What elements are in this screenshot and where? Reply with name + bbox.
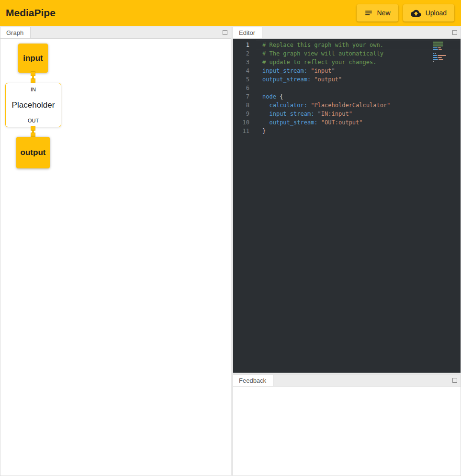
- code-line-content: # update to reflect your changes.: [256, 58, 461, 66]
- code-token-key: calculator:: [269, 102, 307, 109]
- editor-panel: Editor 1# Replace this graph with your o…: [233, 27, 461, 373]
- code-line-content: output_stream: "OUT:output": [256, 118, 461, 127]
- placeholder-title: Placeholder: [12, 100, 55, 110]
- code-line[interactable]: 10 output_stream: "OUT:output": [233, 118, 461, 127]
- minimap-line: [433, 44, 451, 44]
- code-token-key: input_stream:: [269, 111, 314, 117]
- graph-node-placeholder[interactable]: IN Placeholder OUT: [5, 83, 61, 127]
- code-token-plain: }: [262, 128, 266, 134]
- code-token-key: output_stream:: [262, 76, 311, 83]
- code-line[interactable]: 1# Replace this graph with your own.: [233, 41, 461, 49]
- code-line[interactable]: 6: [233, 84, 461, 92]
- code-line-content: calculator: "PlaceholderCalculator": [256, 101, 461, 110]
- code-token-key: input_stream:: [262, 67, 307, 74]
- line-number: 3: [233, 58, 256, 66]
- code-token-key: node: [262, 93, 276, 100]
- code-line-content: input_stream: "IN:input": [256, 110, 461, 118]
- graph-maximize-button[interactable]: [223, 30, 227, 35]
- code-line[interactable]: 7node {: [233, 92, 461, 101]
- code-line[interactable]: 11}: [233, 127, 461, 135]
- code-token-string: "input": [311, 67, 335, 74]
- tab-editor[interactable]: Editor: [233, 27, 262, 38]
- feedback-tabstrip: Feedback: [233, 375, 461, 387]
- cloud-upload-icon: [411, 9, 421, 17]
- minimap-line: [433, 42, 451, 43]
- placeholder-in-port-label: IN: [31, 87, 36, 92]
- code-line-content: # Replace this graph with your own.: [256, 41, 461, 49]
- line-number: 6: [233, 84, 256, 92]
- code-token-plain: [318, 119, 321, 126]
- minimap-line: [433, 57, 451, 58]
- code-token-string: "IN:input": [318, 111, 352, 117]
- code-line[interactable]: 5output_stream: "output": [233, 75, 461, 84]
- minimap-line: [433, 55, 451, 56]
- code-editor[interactable]: 1# Replace this graph with your own.2# T…: [233, 39, 461, 373]
- notes-icon: [364, 9, 373, 17]
- code-line[interactable]: 4input_stream: "input": [233, 66, 461, 75]
- code-token-plain: {: [276, 93, 283, 100]
- placeholder-out-port-label: OUT: [28, 118, 39, 123]
- new-button[interactable]: New: [357, 4, 398, 22]
- line-number: 7: [233, 92, 256, 101]
- feedback-content: [233, 387, 461, 476]
- code-line[interactable]: 8 calculator: "PlaceholderCalculator": [233, 101, 461, 110]
- port-square: [31, 126, 35, 131]
- code-token-comment: # update to reflect your changes.: [262, 59, 376, 66]
- code-line-content: input_stream: "input": [256, 66, 461, 75]
- minimap-line: [433, 53, 451, 54]
- header-actions: New Upload: [357, 4, 454, 22]
- graph-node-output[interactable]: output: [16, 137, 50, 168]
- minimap-line: [433, 45, 451, 46]
- line-number: 10: [233, 118, 256, 127]
- app-header: MediaPipe New Upload: [0, 0, 461, 26]
- tab-feedback[interactable]: Feedback: [233, 375, 273, 386]
- code-token-plain: [262, 102, 269, 109]
- line-number: 1: [233, 41, 256, 49]
- upload-button[interactable]: Upload: [403, 4, 454, 22]
- code-lines: 1# Replace this graph with your own.2# T…: [233, 41, 461, 135]
- code-token-plain: [262, 111, 269, 117]
- graph-node-output-label: output: [21, 148, 46, 157]
- new-button-label: New: [377, 9, 391, 17]
- code-line-content: [256, 84, 461, 92]
- minimap-line: [433, 61, 451, 62]
- code-token-comment: # The graph view will automatically: [262, 50, 383, 57]
- line-number: 9: [233, 110, 256, 118]
- minimap-line: [433, 49, 451, 50]
- line-number: 4: [233, 66, 256, 75]
- code-token-plain: [262, 119, 269, 126]
- feedback-panel: Feedback: [233, 375, 461, 476]
- code-token-string: "PlaceholderCalculator": [311, 102, 390, 109]
- minimap-line: [433, 59, 451, 60]
- graph-tabstrip: Graph: [0, 27, 231, 39]
- editor-maximize-button[interactable]: [452, 30, 457, 35]
- feedback-maximize-button[interactable]: [452, 378, 457, 383]
- line-number: 8: [233, 101, 256, 110]
- graph-canvas[interactable]: input IN Placeholder OUT output: [0, 39, 231, 476]
- editor-tabstrip: Editor: [233, 27, 461, 39]
- code-token-key: output_stream:: [269, 119, 317, 126]
- graph-node-input[interactable]: input: [18, 44, 48, 73]
- upload-button-label: Upload: [426, 9, 447, 17]
- port-square: [31, 71, 35, 76]
- line-number: 11: [233, 127, 256, 135]
- code-line[interactable]: 9 input_stream: "IN:input": [233, 110, 461, 118]
- code-line-content: output_stream: "output": [256, 75, 461, 84]
- graph-node-input-label: input: [23, 54, 43, 63]
- graph-panel: Graph input IN Placeholder OUT output: [0, 27, 231, 476]
- editor-minimap[interactable]: [433, 42, 451, 63]
- line-number: 5: [233, 75, 256, 84]
- minimap-line: [433, 51, 451, 52]
- code-token-plain: [314, 111, 317, 117]
- tab-graph[interactable]: Graph: [0, 27, 31, 38]
- code-token-string: "output": [314, 76, 342, 83]
- code-token-string: "OUT:output": [321, 119, 363, 126]
- minimap-line: [433, 47, 451, 48]
- code-line-content: # The graph view will automatically: [256, 49, 461, 58]
- code-line-content: }: [256, 127, 461, 135]
- code-line-content: node {: [256, 92, 461, 101]
- app-title: MediaPipe: [6, 7, 56, 19]
- code-line[interactable]: 2# The graph view will automatically: [233, 49, 461, 58]
- line-number: 2: [233, 49, 256, 58]
- code-line[interactable]: 3# update to reflect your changes.: [233, 58, 461, 66]
